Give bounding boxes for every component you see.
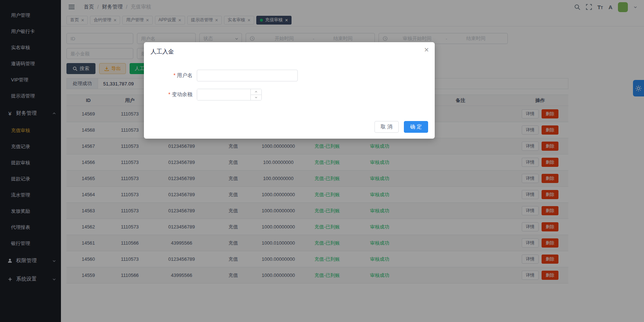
modal-title: 人工入金 [151,48,174,55]
modal-header: 人工入金 × [144,42,435,56]
confirm-button[interactable]: 确 定 [404,121,428,133]
username-label-text: 用户名 [177,72,192,78]
required-asterisk: * [169,91,170,97]
amount-number-input [197,89,262,100]
increment-button[interactable] [251,89,261,95]
amount-label-text: 变动余额 [172,91,192,97]
username-form-row: *用户名 [150,70,429,81]
amount-input[interactable] [197,89,250,100]
close-icon[interactable]: × [424,46,429,54]
username-input[interactable] [197,70,298,81]
username-label: *用户名 [150,72,197,79]
manual-deposit-modal: 人工入金 × *用户名 *变动余额 [144,42,435,139]
amount-form-row: *变动余额 [150,89,429,100]
decrement-button[interactable] [251,95,261,100]
modal-footer: 取 消 确 定 [375,121,428,133]
modal-body: *用户名 *变动余额 [144,56,435,100]
amount-label: *变动余额 [150,91,197,98]
cancel-button[interactable]: 取 消 [375,121,399,133]
required-asterisk: * [174,72,176,78]
number-spinner [250,89,261,100]
